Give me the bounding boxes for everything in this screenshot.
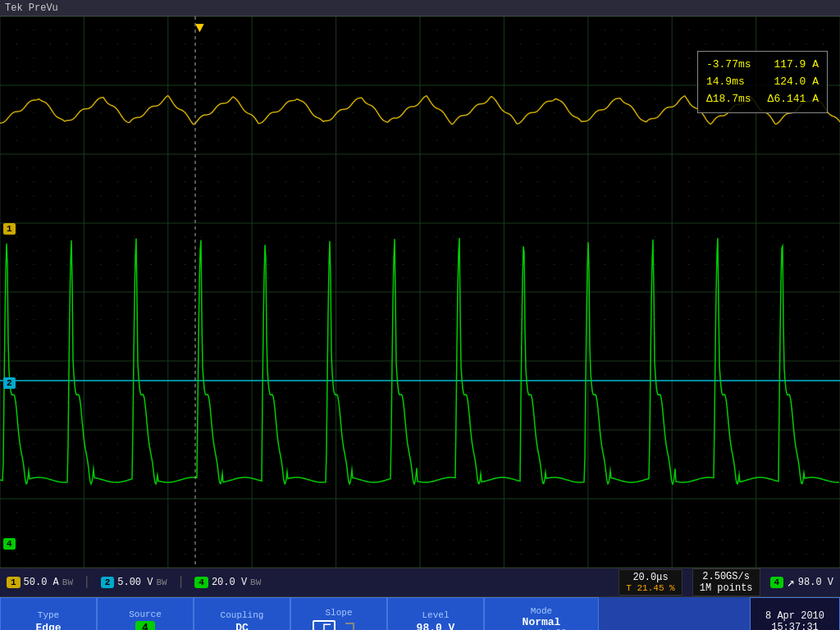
type-value: Edge [35,622,61,631]
ch1-indicator: 1 50.0 A BW [7,577,73,588]
trig-slope-icon: ↗ [787,574,795,591]
sample-rate: 2.50GS/s [702,571,750,582]
ch1-marker: 1 [3,223,16,235]
titlebar: Tek PreVu [0,0,840,16]
oscilloscope-screen: ▼ -3.77ms 117.9 A 14.9ms 124.0 A Δ18.7ms… [0,16,840,568]
status-bar: 1 50.0 A BW | 2 5.00 V BW | 4 20.0 V BW … [0,568,840,597]
ch2-coupling: BW [156,578,167,587]
timebase-info: 20.0μs T 21.45 % [619,569,682,596]
coupling-value: DC [235,622,249,631]
slope-icons [313,620,365,631]
ch2-indicator: 2 5.00 V BW [101,577,167,588]
trigger-position-marker: ▼ [195,20,204,36]
ch4-indicator: 4 20.0 V BW [194,577,261,588]
source-label: Source [129,609,162,619]
coupling-label: Coupling [221,610,264,620]
trig-channel-badge: 4 [770,577,784,588]
ch4-coupling: BW [250,578,261,587]
ch2-marker: 2 [3,377,16,389]
mode-button[interactable]: Mode Normal & Holdoff [484,597,599,630]
delta-amp: Δ6.141 A [768,91,819,108]
ch4-scale: 20.0 V [212,577,247,588]
mode-label: Mode [531,606,552,616]
measurement-box: -3.77ms 117.9 A 14.9ms 124.0 A Δ18.7ms Δ… [697,51,828,113]
timebase-position: T 21.45 % [626,583,674,593]
timebase-scale: 20.0μs [632,572,668,583]
sep1: | [83,575,91,590]
coupling-button[interactable]: Coupling DC [194,597,290,630]
mode-value: Normal [523,616,561,628]
type-label: Type [38,610,59,620]
ch4-badge: 4 [194,577,208,588]
falling-edge-icon[interactable] [342,620,365,631]
cursor2-time: 14.9ms [706,74,745,91]
sample-info: 2.50GS/s 1M points [692,568,760,596]
ch2-scale: 5.00 V [117,577,153,588]
slope-button[interactable]: Slope [290,597,387,630]
level-button[interactable]: Level 98.0 V [387,597,484,630]
trigger-info: 4 ↗ 98.0 V [770,574,833,591]
time-display: 15:37:31 [771,622,819,630]
level-value: 98.0 V [417,622,455,631]
level-label: Level [422,610,449,620]
sample-points: 1M points [700,582,753,594]
button-bar: Type Edge Source 4 Coupling DC Slope Lev… [0,597,840,630]
slope-label: Slope [325,608,352,618]
sep2: | [177,575,185,590]
ch1-scale: 50.0 A [24,577,59,588]
rising-edge-icon[interactable] [313,620,336,631]
source-value: 4 [135,621,155,631]
title-text: Tek PreVu [5,2,58,14]
ch4-marker: 4 [3,538,16,550]
ch1-badge: 1 [7,577,21,588]
cursor1-time: -3.77ms [706,57,751,74]
source-button[interactable]: Source 4 [97,597,194,630]
cursor2-amp: 124.0 A [774,74,819,91]
cursor1-amp: 117.9 A [774,57,819,74]
ch1-coupling: BW [62,578,73,587]
delta-time: Δ18.7ms [706,91,751,108]
ch2-badge: 2 [101,577,115,588]
trig-level: 98.0 V [798,577,833,588]
date-display: 8 Apr 2010 [765,610,824,622]
type-button[interactable]: Type Edge [0,597,97,630]
datetime-box: 8 Apr 2010 15:37:31 [750,597,840,630]
